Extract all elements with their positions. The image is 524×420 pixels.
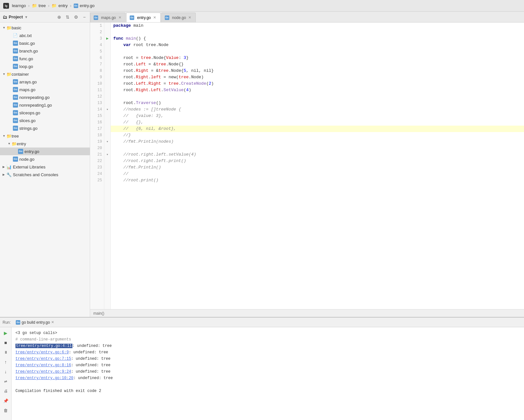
run-tab-icon: Go	[16, 320, 20, 325]
code-line-7: root.Left = &tree.Node{}	[111, 61, 524, 68]
code-line-10: root.Left.Right = tree.CreateNode(2)	[111, 81, 524, 87]
code-line-1: package main	[111, 23, 524, 29]
sidebar-item-tree[interactable]: ▼ 📁 tree	[0, 132, 90, 140]
tab-maps[interactable]: Go maps.go ✕	[90, 13, 126, 22]
run-error-link-2[interactable]: tree/entry/entry.go:6:9	[15, 350, 69, 355]
run-content: ▶ ■ ⏸ ↑ ↓ ⇌ 🖨 📌 🗑 <3 go setup calls> # c…	[0, 327, 524, 420]
tree-label-loop: loop.go	[19, 64, 33, 69]
sidebar-item-basic[interactable]: ▼ 📁 basic	[0, 24, 90, 32]
sidebar-item-branch[interactable]: Go branch.go	[0, 47, 90, 55]
sidebar-item-abc[interactable]: 📄 abc.txt	[0, 32, 90, 39]
sidebar-item-loop[interactable]: Go loop.go	[0, 62, 90, 70]
folder-icon-entry: 📁	[12, 141, 17, 146]
code-line-11: root.Right.Left.SetValue(4)	[111, 87, 524, 93]
run-error-link-4[interactable]: tree/entry/entry.go:8:16	[15, 363, 71, 367]
run-output-error-4: tree/entry/entry.go:8:16: undefined: tre…	[15, 362, 520, 368]
sidebar-title: Project	[9, 14, 23, 19]
sidebar-header-left: 🗂 Project ▼	[3, 14, 28, 20]
sidebar-item-strings[interactable]: Go strings.go	[0, 124, 90, 132]
folder-icon-container: 📁	[6, 72, 12, 77]
sidebar-dropdown-arrow[interactable]: ▼	[24, 15, 28, 19]
breadcrumb-folder-icon2: 📁	[51, 3, 57, 8]
tree-label-slices: slices.go	[19, 118, 36, 123]
tab-entry-icon: Go	[130, 15, 134, 20]
run-tabs-bar: Run: Go go build entry.go ✕	[0, 318, 524, 327]
sidebar-item-scratches[interactable]: ▶ 🔧 Scratches and Consoles	[0, 171, 90, 178]
run-down-button[interactable]: ↓	[2, 368, 10, 376]
tab-node-close[interactable]: ✕	[188, 15, 192, 20]
sidebar-item-nonrepeating1[interactable]: Go nonrepeating1.go	[0, 101, 90, 109]
sidebar-item-basic-go[interactable]: Go basic.go	[0, 39, 90, 47]
code-line-9: root.Right.left = new(tree.Node)	[111, 74, 524, 81]
code-content[interactable]: package main func main() { var root tree…	[111, 23, 524, 309]
go-icon-sliceops: Go	[13, 110, 18, 115]
breadcrumb-folder-icon1: 📁	[32, 3, 37, 8]
run-error-link-3[interactable]: tree/entry/entry.go:7:15	[15, 357, 71, 361]
sidebar: 🗂 Project ▼ ⊕ ⇅ ⚙ − ▼ 📁 basic	[0, 12, 90, 317]
tab-node[interactable]: Go node.go ✕	[161, 13, 196, 22]
sidebar-item-container[interactable]: ▼ 📁 container	[0, 70, 90, 78]
run-trash-button[interactable]: 🗑	[2, 406, 10, 414]
code-line-16: // {},	[111, 119, 524, 126]
run-error-text-6: : undefined: tree	[73, 376, 113, 380]
sidebar-item-entry-go[interactable]: Go entry.go	[0, 148, 90, 155]
run-sidebar: ▶ ■ ⏸ ↑ ↓ ⇌ 🖨 📌 🗑	[0, 327, 12, 420]
run-error-text-4: : undefined: tree	[71, 363, 110, 367]
run-error-link-5[interactable]: tree/entry/entry.go:9:24	[15, 369, 71, 374]
tab-entry[interactable]: Go entry.go ✕	[126, 13, 160, 22]
code-line-22: //root.right.left.print()	[111, 158, 524, 164]
sidebar-item-nonrepeating[interactable]: Go nonrepeating.go	[0, 93, 90, 101]
code-line-21: //root.right.left.setValue(4)	[111, 151, 524, 158]
tree-label-abc: abc.txt	[19, 33, 32, 38]
sidebar-item-sliceops[interactable]: Go sliceops.go	[0, 109, 90, 117]
run-tab-close[interactable]: ✕	[51, 320, 54, 324]
breadcrumb-sep1: ›	[28, 3, 29, 8]
tree-label-func: func.go	[19, 56, 33, 61]
code-line-8: root.Right = &tree.Node{5, nil, nil}	[111, 68, 524, 74]
tab-maps-close[interactable]: ✕	[117, 15, 122, 20]
sidebar-item-maps[interactable]: Go maps.go	[0, 86, 90, 93]
sidebar-item-slices[interactable]: Go slices.go	[0, 117, 90, 124]
sidebar-item-arrays[interactable]: Go arrays.go	[0, 78, 90, 86]
sidebar-item-func[interactable]: Go func.go	[0, 55, 90, 62]
run-output-comment: # command-line-arguments	[15, 336, 520, 343]
tree-arrow-tree: ▼	[3, 134, 6, 138]
run-pin-button[interactable]: 📌	[2, 397, 10, 405]
code-editor[interactable]: 12345 678910 1112131415 1617181920 21222…	[90, 23, 524, 309]
tab-maps-icon: Go	[94, 15, 98, 20]
run-tab-build[interactable]: Go go build entry.go ✕	[13, 318, 57, 327]
code-line-6: root = tree.Node{Value: 3}	[111, 55, 524, 61]
run-tab-label: go build entry.go	[22, 320, 50, 325]
code-line-18: //}	[111, 132, 524, 138]
run-wrap-button[interactable]: ⇌	[2, 377, 10, 385]
settings-icon[interactable]: ⚙	[73, 14, 79, 20]
sidebar-header-icons: ⊕ ⇅ ⚙ −	[56, 14, 87, 20]
go-icon-slices: Go	[13, 118, 18, 123]
tab-entry-close[interactable]: ✕	[153, 15, 157, 20]
sidebar-item-node-go[interactable]: Go node.go	[0, 155, 90, 163]
run-stop-button[interactable]: ■	[2, 339, 10, 347]
tree-label-basic: basic	[12, 25, 21, 30]
run-play-button[interactable]: ▶	[2, 329, 10, 337]
hide-icon[interactable]: −	[81, 14, 87, 20]
run-print-button[interactable]: 🖨	[2, 387, 10, 395]
breadcrumb-sep3: ›	[70, 3, 71, 8]
run-error-link-1[interactable]: tree/entry/entry.go:4:11	[15, 344, 72, 348]
code-line-2	[111, 29, 524, 35]
sidebar-item-entry-folder[interactable]: ▼ 📁 entry	[0, 140, 90, 148]
collapse-icon[interactable]: ⇅	[65, 14, 70, 20]
run-output-success: Compilation finished with exit code 2	[15, 388, 520, 394]
tab-entry-label: entry.go	[137, 15, 151, 20]
locate-icon[interactable]: ⊕	[56, 14, 62, 20]
run-output-error-2: tree/entry/entry.go:6:9: undefined: tree	[15, 349, 520, 356]
go-icon-func: Go	[13, 56, 18, 61]
run-error-text-5: : undefined: tree	[71, 369, 110, 374]
sidebar-item-ext-libs[interactable]: ▶ 📊 External Libraries	[0, 163, 90, 171]
run-pause-button[interactable]: ⏸	[2, 348, 10, 356]
run-label: Run:	[3, 320, 11, 325]
scratches-icon: 🔧	[6, 172, 12, 177]
txt-icon-abc: 📄	[13, 33, 18, 38]
run-error-link-6[interactable]: tree/entry/entry.go:10:20	[15, 376, 73, 380]
run-up-button[interactable]: ↑	[2, 358, 10, 366]
run-output[interactable]: <3 go setup calls> # command-line-argume…	[12, 327, 524, 420]
